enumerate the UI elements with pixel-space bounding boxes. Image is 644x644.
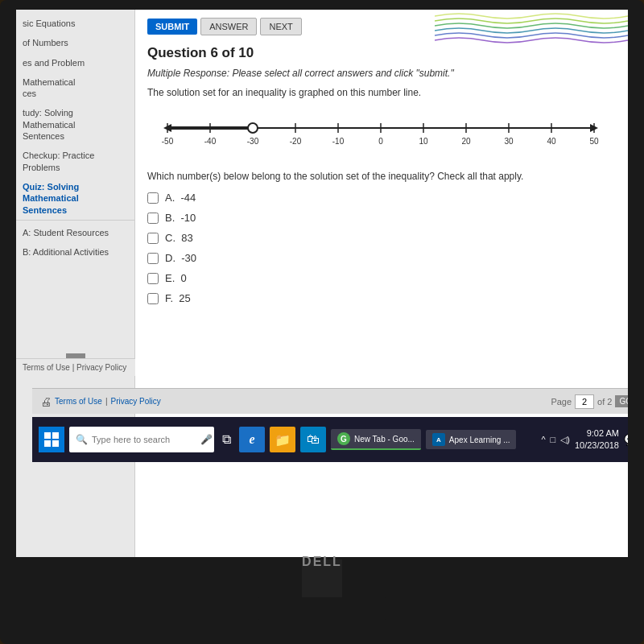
task-view-button[interactable]: ⧉ <box>219 429 234 450</box>
system-tray: ^ □ ◁) 9:02 AM 10/23/2018 💬 <box>541 427 628 452</box>
choice-E-label[interactable]: E. 0 <box>165 272 187 284</box>
svg-point-7 <box>248 123 258 133</box>
tab-new-tab-label: New Tab - Goo... <box>354 435 415 444</box>
start-button[interactable] <box>39 427 64 452</box>
store-icon[interactable]: 🛍 <box>300 427 326 452</box>
folder-icon[interactable]: 📁 <box>270 427 295 452</box>
choice-E: E. 0 <box>147 272 616 284</box>
next-button[interactable]: NEXT <box>260 18 301 35</box>
svg-text:-10: -10 <box>332 137 345 146</box>
svg-rect-28 <box>44 440 51 447</box>
windows-icon <box>44 432 59 447</box>
monitor-stand-base <box>258 597 386 620</box>
choice-B: B. -10 <box>147 212 616 224</box>
number-line-text: The solution set for an inequality is gr… <box>147 87 616 98</box>
mic-icon[interactable]: 🎤 <box>200 434 213 445</box>
svg-text:-50: -50 <box>162 137 174 146</box>
sidebar-item-additional-activities[interactable]: B: Additional Activities <box>16 242 134 262</box>
choice-D-label[interactable]: D. -30 <box>165 252 196 264</box>
sidebar-item-basic-equations[interactable]: sic Equations <box>16 14 134 33</box>
tab-apex-label: Apex Learning ... <box>449 436 510 444</box>
sidebar-item-and-problem[interactable]: es and Problem <box>16 53 134 72</box>
number-line: -50 -40 -30 -20 -10 0 10 <box>155 112 606 152</box>
toolbar: SUBMIT ANSWER NEXT <box>147 18 616 35</box>
apex-icon: A <box>432 433 445 446</box>
sidebar: sic Equations of Numbers es and Problem … <box>16 10 135 557</box>
svg-text:0: 0 <box>378 137 383 146</box>
answer-choices: A. -44 B. -10 C. 83 D. -30 <box>147 192 616 304</box>
svg-rect-29 <box>52 440 59 447</box>
time: 9:02 AM <box>575 427 619 440</box>
privacy-link[interactable]: Privacy Policy <box>111 397 161 406</box>
notification-icon[interactable]: 💬 <box>624 433 628 446</box>
virtual-desktop-icon[interactable]: □ <box>551 435 556 444</box>
main-content: SUBMIT ANSWER NEXT Question 6 of 10 Mult… <box>135 10 628 557</box>
svg-text:10: 10 <box>419 137 428 146</box>
page-nav: Page of 2 GO <box>551 394 628 409</box>
svg-text:-40: -40 <box>204 137 217 146</box>
choice-B-label[interactable]: B. -10 <box>165 212 196 224</box>
checkbox-E[interactable] <box>147 273 159 284</box>
chevron-up-icon[interactable]: ^ <box>541 435 545 444</box>
submit-button[interactable]: SUBMIT <box>147 19 197 35</box>
taskbar: 🔍 🎤 ⧉ e 📁 🛍 G New Tab - Goo... A <box>32 417 628 462</box>
question-instruction: Multiple Response: Please select all cor… <box>147 68 616 79</box>
screen: sic Equations of Numbers es and Problem … <box>16 10 628 557</box>
search-bar: 🔍 🎤 <box>69 427 214 452</box>
chrome-icon: G <box>337 432 350 445</box>
sidebar-item-of-numbers[interactable]: of Numbers <box>16 33 134 52</box>
search-icon: 🔍 <box>76 434 88 445</box>
page-label: Page <box>551 397 572 407</box>
volume-icon[interactable]: ◁) <box>560 435 570 445</box>
checkbox-F[interactable] <box>147 293 159 304</box>
checkbox-C[interactable] <box>147 233 159 244</box>
svg-text:30: 30 <box>504 137 514 146</box>
dell-brand-label: DELL <box>282 555 362 569</box>
taskbar-tab-apex-learning[interactable]: A Apex Learning ... <box>426 430 517 449</box>
sidebar-item-quiz-solving[interactable]: Quiz: SolvingMathematicalSentences <box>16 177 134 220</box>
page-input[interactable] <box>575 394 594 409</box>
choice-A: A. -44 <box>147 192 616 204</box>
print-icon[interactable]: 🖨 <box>40 395 52 408</box>
svg-text:-30: -30 <box>247 137 259 146</box>
page-of: of 2 <box>597 397 612 407</box>
taskbar-tab-new-tab[interactable]: G New Tab - Goo... <box>331 429 421 450</box>
date: 10/23/2018 <box>575 440 619 452</box>
checkbox-B[interactable] <box>147 213 159 224</box>
terms-link[interactable]: Terms of Use <box>55 397 102 406</box>
search-input[interactable] <box>92 435 196 444</box>
app-container: sic Equations of Numbers es and Problem … <box>16 10 628 557</box>
choice-F-label[interactable]: F. 25 <box>165 292 191 304</box>
number-line-container: -50 -40 -30 -20 -10 0 10 <box>147 108 616 156</box>
choice-D: D. -30 <box>147 252 616 264</box>
edge-icon[interactable]: e <box>239 427 265 452</box>
choice-C: C. 83 <box>147 232 616 244</box>
sidebar-item-student-resources[interactable]: A: Student Resources <box>16 223 134 242</box>
choice-F: F. 25 <box>147 292 616 304</box>
checkbox-A[interactable] <box>147 192 159 204</box>
answer-button[interactable]: ANSWER <box>200 18 257 35</box>
checkbox-D[interactable] <box>147 253 159 264</box>
sidebar-item-mathematical[interactable]: Mathematicalces <box>16 72 134 104</box>
monitor: sic Equations of Numbers es and Problem … <box>0 0 644 644</box>
svg-text:-20: -20 <box>290 137 302 146</box>
svg-rect-26 <box>44 432 51 439</box>
bottom-bar: 🖨 Terms of Use | Privacy Policy Page of … <box>32 388 628 414</box>
which-numbers-text: Which number(s) below belong to the solu… <box>147 171 616 182</box>
sidebar-item-study-solving[interactable]: tudy: SolvingMathematicalSentences <box>16 103 134 146</box>
sidebar-footer: Terms of Use | Privacy Policy <box>16 358 135 376</box>
svg-text:50: 50 <box>589 137 599 146</box>
svg-rect-27 <box>52 432 59 439</box>
separator: | <box>105 397 108 406</box>
sidebar-item-checkup[interactable]: Checkup: PracticeProblems <box>16 146 134 177</box>
page-go-button[interactable]: GO <box>615 395 628 407</box>
svg-text:40: 40 <box>547 137 556 146</box>
choice-C-label[interactable]: C. 83 <box>165 232 193 244</box>
svg-text:20: 20 <box>461 137 471 146</box>
time-display: 9:02 AM 10/23/2018 <box>575 427 619 452</box>
choice-A-label[interactable]: A. -44 <box>165 192 196 204</box>
